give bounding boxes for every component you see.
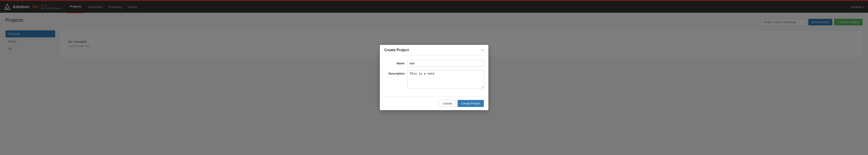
modal-title: Create Project [384,48,409,52]
modal-close-button[interactable]: × [482,48,484,52]
name-form-group: Name [384,60,484,62]
create-project-modal: Create Project × Name Description Cancel… [380,45,488,62]
modal-overlay[interactable]: Create Project × Name Description Cancel… [0,0,868,62]
modal-header: Create Project × [380,45,488,55]
modal-body: Name Description [380,55,488,62]
name-label: Name [384,60,405,62]
project-name-input[interactable] [407,60,484,62]
